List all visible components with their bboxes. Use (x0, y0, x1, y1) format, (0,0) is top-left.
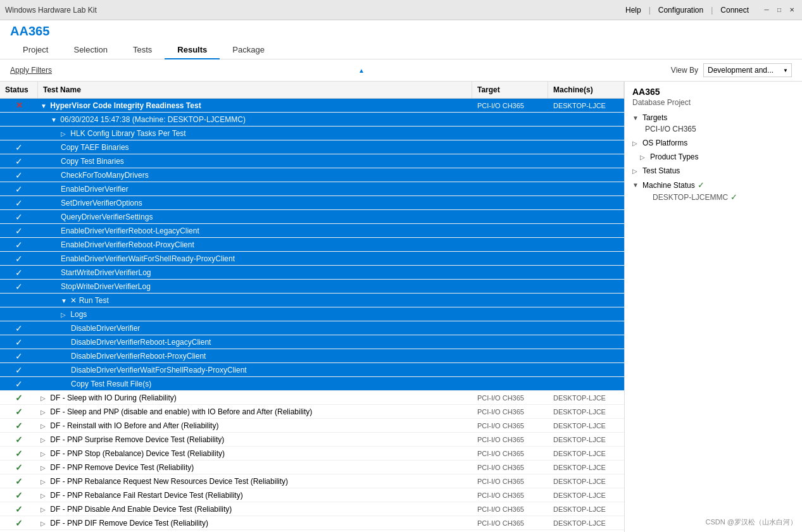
status-cell: ✓ (0, 280, 38, 293)
fail-icon: ✕ (16, 101, 23, 110)
tab-selection[interactable]: Selection (61, 41, 120, 59)
table-row[interactable]: ✓ EnableDriverVerifierReboot-LegacyClien… (0, 224, 624, 238)
test-name-cell: ▷ Logs (38, 309, 472, 320)
table-row[interactable]: ✓ ▷ DF - PNP DIF Remove Device Test (Rel… (0, 516, 624, 530)
status-cell: ✓ (0, 447, 38, 460)
tab-project[interactable]: Project (10, 41, 61, 59)
status-cell (0, 132, 38, 135)
target-cell: PCI-I/O CH365 (472, 421, 548, 431)
expand-icon[interactable]: ▷ (41, 450, 48, 457)
status-cell: ✓ (0, 419, 38, 432)
table-row[interactable]: ✓ Copy TAEF Binaries (0, 140, 624, 154)
table-row[interactable]: ✓ ▷ DF - PNP Disable And Enable Device T… (0, 502, 624, 516)
sidebar-target-item: PCI-I/O CH365 (632, 123, 794, 135)
expand-icon[interactable]: ▷ (41, 423, 48, 430)
table-row[interactable]: ▷ HLK Config Library Tasks Per Test (0, 127, 624, 140)
table-row[interactable]: ✓ CheckForTooManyDrivers (0, 168, 624, 182)
close-button[interactable]: ✕ (787, 5, 797, 15)
target-cell: PCI-I/O CH365 (472, 101, 548, 111)
expand-icon[interactable]: ▷ (41, 464, 48, 471)
pass-icon: ✓ (15, 504, 23, 514)
col-target: Target (472, 82, 548, 98)
table-row[interactable]: ✓ QueryDriverVerifierSettings (0, 210, 624, 224)
table-row[interactable]: ✓ ▷ DF - Reinstall with IO Before and Af… (0, 419, 624, 433)
os-platforms-header[interactable]: ▷ OS Platforms (632, 137, 794, 149)
expand-icon[interactable]: ▷ (61, 130, 68, 137)
test-name-cell: ▷ DF - PNP Remove Device Test (Reliabili… (38, 462, 472, 473)
product-types-header[interactable]: ▷ Product Types (632, 151, 794, 163)
machine-cell: DESKTOP-LJCE (548, 490, 624, 500)
configuration-link[interactable]: Configuration (658, 6, 703, 15)
status-cell: ✓ (0, 433, 38, 446)
table-row[interactable]: ✓ EnableDriverVerifier (0, 182, 624, 196)
status-cell (0, 313, 38, 316)
pass-icon: ✓ (15, 407, 23, 417)
test-name-cell: SetDriverVerifierOptions (38, 197, 472, 209)
machine-cell: DESKTOP-LJCE (548, 435, 624, 445)
table-row[interactable]: ✓ ▷ DF - PNP Stop (Rebalance) Device Tes… (0, 447, 624, 461)
status-cell: ✓ (0, 405, 38, 418)
machine-name-label: DESKTOP-LJCEMMC (653, 193, 728, 202)
window-controls: ─ □ ✕ (761, 5, 797, 15)
status-cell: ✓ (0, 392, 38, 404)
machine-cell: DESKTOP-LJCE (548, 476, 624, 486)
sidebar-section-product-types: ▷ Product Types (632, 151, 794, 163)
expand-icon[interactable]: ▷ (41, 409, 48, 416)
expand-icon[interactable]: ▼ (51, 116, 58, 123)
table-row[interactable]: ✓ ▷ DF - PNP Remove Device Test (Reliabi… (0, 461, 624, 474)
table-row[interactable]: ✓ ▷ DF - PNP Rebalance Request New Resou… (0, 474, 624, 488)
test-name-cell: ▼ HyperVisor Code Integrity Readiness Te… (38, 100, 472, 111)
table-row[interactable]: ✓ Copy Test Binaries (0, 154, 624, 168)
table-row[interactable]: ✓ DisableDriverVerifierWaitForShellReady… (0, 363, 624, 377)
expand-icon[interactable]: ▷ (41, 506, 48, 513)
tab-results[interactable]: Results (165, 41, 220, 59)
table-row[interactable]: ✓ ▷ DF - Sleep and PNP (disable and enab… (0, 405, 624, 419)
tab-tests[interactable]: Tests (120, 41, 165, 59)
table-row[interactable]: ✓ StartWriteDriverVerifierLog (0, 266, 624, 280)
machine-status-header[interactable]: ▼ Machine Status ✓ (632, 179, 794, 191)
connect-link[interactable]: Connect (720, 6, 749, 15)
test-status-expand-icon: ▷ (632, 168, 640, 175)
table-row[interactable]: ✓ DisableDriverVerifier (0, 321, 624, 335)
test-name-cell: StartWriteDriverVerifierLog (38, 267, 472, 278)
expand-icon[interactable]: ▷ (41, 492, 48, 499)
minimize-button[interactable]: ─ (761, 5, 772, 15)
test-name-cell: Copy Test Result File(s) (38, 378, 472, 390)
table-row[interactable]: ✓ ▷ DF - Sleep with IO During (Reliabili… (0, 391, 624, 405)
tab-package[interactable]: Package (220, 41, 277, 59)
status-cell: ✓ (0, 461, 38, 474)
scroll-up-indicator[interactable]: ▲ (358, 67, 365, 74)
table-row[interactable]: ▷ Logs (0, 307, 624, 321)
table-row[interactable]: ✓ EnableDriverVerifierWaitForShellReady-… (0, 252, 624, 266)
expand-icon[interactable]: ▼ (61, 297, 68, 304)
test-name-cell: EnableDriverVerifier (38, 183, 472, 195)
status-cell: ✓ (0, 169, 38, 182)
body-area: Status Test Name Target Machine(s) ✕ ▼ H… (0, 82, 802, 532)
view-by-dropdown[interactable]: Development and... (703, 63, 792, 77)
table-row[interactable]: ✓ DisableDriverVerifierReboot-ProxyClien… (0, 349, 624, 363)
expand-icon[interactable]: ▷ (61, 311, 68, 318)
table-row[interactable]: ✓ ▷ DF - PNP Surprise Remove Device Test… (0, 433, 624, 447)
table-row[interactable]: ✕ ▼ HyperVisor Code Integrity Readiness … (0, 99, 624, 113)
status-cell: ✓ (0, 155, 38, 168)
test-status-header[interactable]: ▷ Test Status (632, 165, 794, 176)
table-row[interactable]: ▼ ✕ Run Test (0, 294, 624, 307)
expand-icon[interactable]: ▷ (41, 395, 48, 402)
expand-icon[interactable]: ▷ (41, 478, 48, 485)
sidebar-machine-item[interactable]: DESKTOP-LJCEMMC ✓ (632, 191, 794, 203)
restore-button[interactable]: □ (774, 5, 784, 15)
toolbar: Apply Filters ▲ View By Development and.… (0, 59, 802, 82)
expand-icon[interactable]: ▼ (41, 102, 48, 109)
table-row[interactable]: ✓ Copy Test Result File(s) (0, 377, 624, 391)
table-row[interactable]: ✓ ▷ DF - PNP Rebalance Fail Restart Devi… (0, 488, 624, 502)
table-row[interactable]: ▼ 06/30/2024 15:47:38 (Machine: DESKTOP-… (0, 113, 624, 127)
expand-icon[interactable]: ▷ (41, 436, 48, 443)
table-row[interactable]: ✓ StopWriteDriverVerifierLog (0, 280, 624, 294)
help-link[interactable]: Help (625, 6, 641, 15)
table-row[interactable]: ✓ SetDriverVerifierOptions (0, 196, 624, 210)
table-row[interactable]: ✓ DisableDriverVerifierReboot-LegacyClie… (0, 335, 624, 349)
table-row[interactable]: ✓ EnableDriverVerifierReboot-ProxyClient (0, 238, 624, 252)
apply-filters-button[interactable]: Apply Filters (10, 66, 52, 75)
targets-header[interactable]: ▼ Targets (632, 112, 794, 123)
expand-icon[interactable]: ▷ (41, 520, 48, 527)
